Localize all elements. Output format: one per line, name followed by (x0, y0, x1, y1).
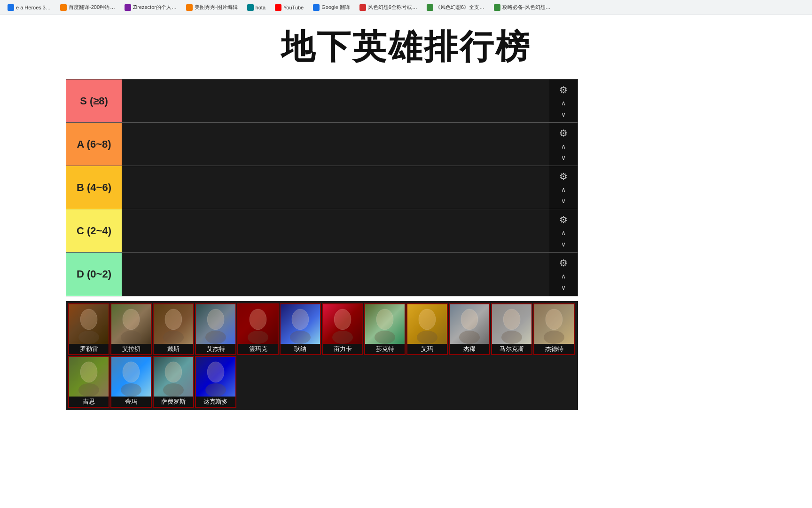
bookmark-item-bk5[interactable]: hota (243, 3, 269, 12)
svg-point-12 (334, 309, 351, 330)
svg-point-4 (165, 309, 182, 330)
hero-card-dakesiduō[interactable]: 达克斯多 (195, 356, 236, 408)
hero-portrait-aijete (196, 304, 235, 344)
tier-label-b: B (4~6) (66, 166, 122, 209)
hero-card-jiexi[interactable]: 杰稀 (449, 303, 490, 355)
tier-content-d[interactable] (122, 253, 549, 296)
tier-content-b[interactable] (122, 166, 549, 209)
tier-label-c: C (2~4) (66, 209, 122, 252)
hero-portrait-hengnuo (281, 304, 320, 344)
tier-controls-d: ⚙∧∨ (549, 253, 578, 296)
bookmark-label-bk10: 攻略必备-风色幻想… (502, 4, 551, 11)
hero-card-milika[interactable]: 亩力卡 (322, 303, 363, 355)
svg-point-14 (376, 309, 393, 330)
svg-point-30 (207, 362, 224, 382)
bookmark-item-bk7[interactable]: Google 翻译 (309, 3, 354, 12)
bookmark-item-bk10[interactable]: 攻略必备-风色幻想… (490, 3, 554, 12)
hero-row-1: 罗勒雷 艾拉切 戴斯 艾杰特 箧玛克 耿纳 亩力卡 莎克特 艾玛 杰稀 马尔克斯… (68, 303, 576, 356)
tier-row-s: S (≥8)⚙∧∨ (66, 79, 578, 123)
arrow-up-b[interactable]: ∧ (558, 185, 569, 194)
svg-point-9 (248, 331, 268, 344)
bookmark-label-bk8: 风色幻想6全称号或… (368, 4, 417, 11)
hero-card-jiemake[interactable]: 箧玛克 (237, 303, 279, 355)
bookmark-item-bk1[interactable]: e a Heroes 3… (4, 3, 55, 12)
bookmark-icon-bk1 (8, 4, 14, 11)
hero-portrait-daisi (154, 304, 193, 344)
tier-row-d: D (0~2)⚙∧∨ (66, 253, 578, 296)
tier-row-c: C (2~4)⚙∧∨ (66, 209, 578, 253)
svg-point-3 (121, 331, 141, 344)
hero-row-2: 吉思 蒂玛 萨费罗斯 达克斯多 (68, 356, 576, 408)
bookmark-label-bk2: 百度翻译-200种语… (69, 4, 115, 11)
tier-content-a[interactable] (122, 123, 549, 166)
svg-point-10 (292, 309, 309, 330)
svg-point-31 (205, 383, 226, 397)
bookmark-item-bk6[interactable]: YouTube (271, 3, 307, 12)
bookmark-item-bk9[interactable]: 《风色幻想6》全支… (423, 3, 488, 12)
gear-button-d[interactable]: ⚙ (557, 256, 570, 270)
tier-controls-a: ⚙∧∨ (549, 123, 578, 166)
hero-card-maerkesi[interactable]: 马尔克斯 (491, 303, 532, 355)
svg-point-29 (163, 383, 184, 397)
gear-button-b[interactable]: ⚙ (557, 170, 570, 183)
svg-point-13 (332, 331, 353, 344)
arrow-up-a[interactable]: ∧ (558, 142, 569, 151)
hero-portrait-shaokete (365, 304, 405, 344)
bookmark-item-bk2[interactable]: 百度翻译-200种语… (56, 3, 119, 12)
svg-point-27 (121, 383, 141, 397)
hero-card-safeirosi[interactable]: 萨费罗斯 (153, 356, 194, 408)
arrow-up-d[interactable]: ∧ (558, 271, 569, 281)
hero-portrait-jiexi (450, 304, 489, 344)
bookmark-item-bk4[interactable]: 美图秀秀-图片编辑 (182, 3, 242, 12)
bookmark-icon-bk3 (125, 4, 131, 11)
tier-row-b: B (4~6)⚙∧∨ (66, 166, 578, 209)
hero-card-hengnuo[interactable]: 耿纳 (280, 303, 321, 355)
arrow-down-d[interactable]: ∨ (558, 283, 569, 292)
hero-portrait-dakesiduō (196, 357, 235, 397)
bookmark-item-bk3[interactable]: Zirezector的个人… (121, 3, 180, 12)
hero-card-jiedete[interactable]: 杰德特 (533, 303, 575, 355)
hero-card-jisi[interactable]: 吉思 (68, 356, 109, 408)
hero-portrait-jiemake (238, 304, 278, 344)
hero-name-ailaqi: 艾拉切 (111, 344, 151, 354)
svg-point-16 (419, 309, 436, 330)
tier-controls-s: ⚙∧∨ (549, 79, 578, 122)
gear-button-c[interactable]: ⚙ (557, 213, 570, 226)
hero-name-jisi: 吉思 (69, 397, 109, 407)
hero-portrait-safeirosi (154, 357, 193, 397)
hero-card-daisi[interactable]: 戴斯 (153, 303, 194, 355)
hero-card-tima[interactable]: 蒂玛 (110, 356, 152, 408)
tier-controls-b: ⚙∧∨ (549, 166, 578, 209)
tier-content-s[interactable] (122, 79, 549, 122)
tier-list: S (≥8)⚙∧∨A (6~8)⚙∧∨B (4~6)⚙∧∨C (2~4)⚙∧∨D… (66, 79, 578, 296)
arrow-up-s[interactable]: ∧ (558, 98, 569, 108)
bookmark-icon-bk4 (186, 4, 193, 11)
gear-button-s[interactable]: ⚙ (557, 83, 570, 96)
svg-point-0 (80, 309, 97, 330)
arrow-up-c[interactable]: ∧ (558, 228, 569, 238)
bookmark-icon-bk9 (427, 4, 433, 11)
svg-point-7 (205, 331, 226, 344)
hero-card-luodun[interactable]: 罗勒雷 (68, 303, 109, 355)
arrow-down-s[interactable]: ∨ (558, 110, 569, 119)
hero-card-ailaqi[interactable]: 艾拉切 (110, 303, 152, 355)
hero-name-jiemake: 箧玛克 (238, 344, 278, 354)
hero-portrait-jisi (69, 357, 109, 397)
arrow-down-a[interactable]: ∨ (558, 153, 569, 162)
hero-name-hengnuo: 耿纳 (281, 344, 320, 354)
hero-card-ayuma[interactable]: 艾玛 (406, 303, 448, 355)
arrow-down-c[interactable]: ∨ (558, 239, 569, 249)
hero-portrait-luodun (69, 304, 109, 344)
bookmark-label-bk7: Google 翻译 (321, 4, 350, 11)
svg-point-5 (163, 331, 184, 344)
gear-button-a[interactable]: ⚙ (557, 127, 570, 140)
hero-name-milika: 亩力卡 (323, 344, 362, 354)
hero-card-aijete[interactable]: 艾杰特 (195, 303, 236, 355)
arrow-down-b[interactable]: ∨ (558, 196, 569, 206)
hero-name-dakesiduō: 达克斯多 (196, 397, 235, 407)
bookmark-icon-bk5 (247, 4, 254, 11)
hero-name-ayuma: 艾玛 (407, 344, 447, 354)
tier-content-c[interactable] (122, 209, 549, 252)
hero-card-shaokete[interactable]: 莎克特 (364, 303, 406, 355)
bookmark-item-bk8[interactable]: 风色幻想6全称号或… (356, 3, 421, 12)
